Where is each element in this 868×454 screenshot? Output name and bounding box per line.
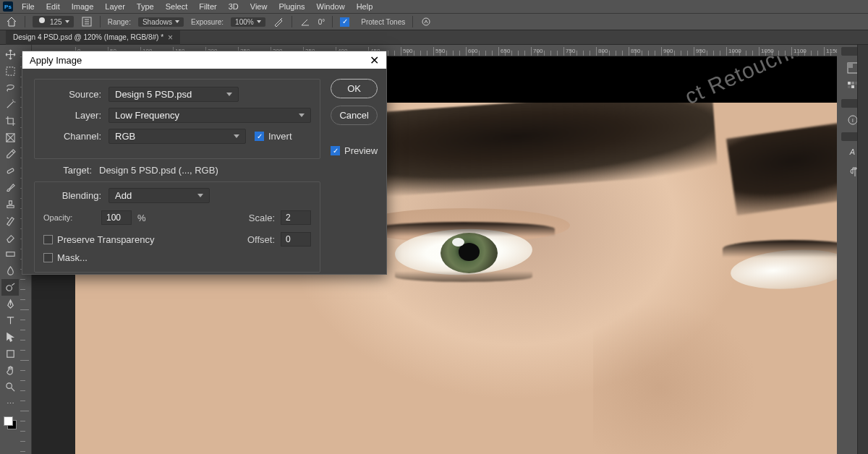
protect-tones-checkbox[interactable] <box>340 17 349 27</box>
source-dropdown[interactable]: Design 5 PSD.psd <box>109 87 239 102</box>
dodge-tool-icon[interactable] <box>1 279 19 296</box>
marquee-tool-icon[interactable] <box>1 63 19 80</box>
toolbar-more-icon[interactable]: ⋯ <box>1 395 19 412</box>
invert-checkbox[interactable] <box>255 132 264 141</box>
svg-rect-13 <box>851 82 854 85</box>
dialog-title: Apply Image <box>30 55 82 66</box>
type-tool-icon[interactable] <box>1 312 19 329</box>
menu-bar: Ps File Edit Image Layer Type Select Fil… <box>0 0 868 13</box>
history-brush-tool-icon[interactable] <box>1 213 19 229</box>
stamp-tool-icon[interactable] <box>1 196 19 213</box>
layer-dropdown[interactable]: Low Frequency <box>109 108 311 123</box>
home-icon[interactable] <box>6 16 17 27</box>
crop-tool-icon[interactable] <box>1 113 19 129</box>
scale-input[interactable] <box>281 210 311 225</box>
svg-point-9 <box>6 383 12 389</box>
airbrush-icon[interactable] <box>273 16 284 27</box>
menu-plugins[interactable]: Plugins <box>273 1 310 12</box>
range-dropdown[interactable]: Shadows <box>138 17 184 27</box>
preserve-transparency-label: Preserve Transparency <box>57 234 154 245</box>
svg-point-2 <box>422 18 430 25</box>
close-icon[interactable]: × <box>168 33 173 43</box>
menu-window[interactable]: Window <box>311 1 351 12</box>
app-logo: Ps <box>3 1 13 12</box>
lasso-tool-icon[interactable] <box>1 80 19 96</box>
options-bar: 125 Range: Shadows Exposure: 100% 0° Pro… <box>0 13 868 30</box>
menu-type[interactable]: Type <box>131 1 160 12</box>
angle-icon <box>299 16 311 27</box>
zoom-tool-icon[interactable] <box>1 379 19 395</box>
brush-panel-icon[interactable] <box>81 16 93 27</box>
svg-point-7 <box>6 286 12 291</box>
healing-tool-icon[interactable] <box>1 163 19 179</box>
gradient-tool-icon[interactable] <box>1 246 19 262</box>
opacity-input[interactable] <box>101 210 132 225</box>
document-tab-bar: Design 4 PSD.psd @ 120% (Image, RGB/8#) … <box>0 30 868 45</box>
protect-tones-label: Protect Tones <box>361 18 405 26</box>
blending-dropdown[interactable]: Add <box>109 188 210 203</box>
menu-image[interactable]: Image <box>66 1 100 12</box>
offset-label: Offset: <box>247 234 275 245</box>
close-icon[interactable]: ✕ <box>370 53 379 67</box>
menu-layer[interactable]: Layer <box>99 1 131 12</box>
collapsed-panel-strip <box>857 45 868 454</box>
brush-tool-icon[interactable] <box>1 179 19 196</box>
preserve-transparency-checkbox[interactable] <box>43 235 53 244</box>
preview-checkbox[interactable] <box>331 146 340 155</box>
chevron-down-icon <box>65 20 69 23</box>
ok-button[interactable]: OK <box>331 79 378 98</box>
mask-checkbox[interactable] <box>43 253 53 262</box>
brush-size-label: 125 <box>50 18 62 26</box>
hand-tool-icon[interactable] <box>1 362 19 379</box>
apply-image-dialog: Apply Image ✕ Source: Design 5 PSD.psd L… <box>22 51 387 275</box>
svg-rect-12 <box>848 82 851 85</box>
pen-tool-icon[interactable] <box>1 296 19 312</box>
exposure-dropdown[interactable]: 100% <box>231 17 265 27</box>
menu-view[interactable]: View <box>244 1 273 12</box>
menu-help[interactable]: Help <box>351 1 379 12</box>
invert-label: Invert <box>268 131 292 142</box>
range-label: Range: <box>108 18 131 26</box>
channel-label: Channel: <box>43 131 101 142</box>
tablet-pressure-icon[interactable] <box>420 16 432 27</box>
preview-label: Preview <box>344 145 378 156</box>
svg-rect-5 <box>7 168 14 174</box>
document-tab-title: Design 4 PSD.psd @ 120% (Image, RGB/8#) … <box>13 33 163 41</box>
svg-rect-16 <box>851 85 854 88</box>
shape-tool-icon[interactable] <box>1 346 19 362</box>
channel-dropdown[interactable]: RGB <box>109 129 246 144</box>
mask-label: Mask... <box>57 252 88 263</box>
chevron-down-icon <box>175 20 179 23</box>
menu-select[interactable]: Select <box>160 1 194 12</box>
angle-value[interactable]: 0° <box>318 18 326 26</box>
color-swatch[interactable] <box>4 416 17 429</box>
svg-rect-3 <box>6 67 14 75</box>
menu-edit[interactable]: Edit <box>41 1 66 12</box>
eraser-tool-icon[interactable] <box>1 229 19 246</box>
tool-palette: ⋯ <box>0 45 20 454</box>
svg-point-0 <box>39 17 45 23</box>
menu-3d[interactable]: 3D <box>223 1 244 12</box>
svg-rect-8 <box>7 351 13 357</box>
menu-file[interactable]: File <box>16 1 41 12</box>
svg-rect-6 <box>6 252 14 257</box>
path-select-tool-icon[interactable] <box>1 329 19 346</box>
blur-tool-icon[interactable] <box>1 262 19 279</box>
menu-filter[interactable]: Filter <box>193 1 222 12</box>
svg-rect-11 <box>848 63 853 68</box>
offset-input[interactable] <box>281 232 311 247</box>
eyedropper-tool-icon[interactable] <box>1 146 19 163</box>
frame-tool-icon[interactable] <box>1 129 19 146</box>
svg-rect-15 <box>848 85 851 88</box>
target-value: Design 5 PSD.psd (..., RGB) <box>99 165 218 176</box>
cancel-button[interactable]: Cancel <box>331 106 378 125</box>
blending-label: Blending: <box>43 190 101 201</box>
brush-preset-picker[interactable]: 125 <box>33 16 74 27</box>
dialog-titlebar[interactable]: Apply Image ✕ <box>22 51 386 69</box>
document-tab[interactable]: Design 4 PSD.psd @ 120% (Image, RGB/8#) … <box>6 30 180 45</box>
source-label: Source: <box>43 89 101 100</box>
svg-text:i: i <box>852 117 854 124</box>
wand-tool-icon[interactable] <box>1 96 19 113</box>
move-tool-icon[interactable] <box>1 46 19 63</box>
chevron-down-icon <box>257 20 261 23</box>
